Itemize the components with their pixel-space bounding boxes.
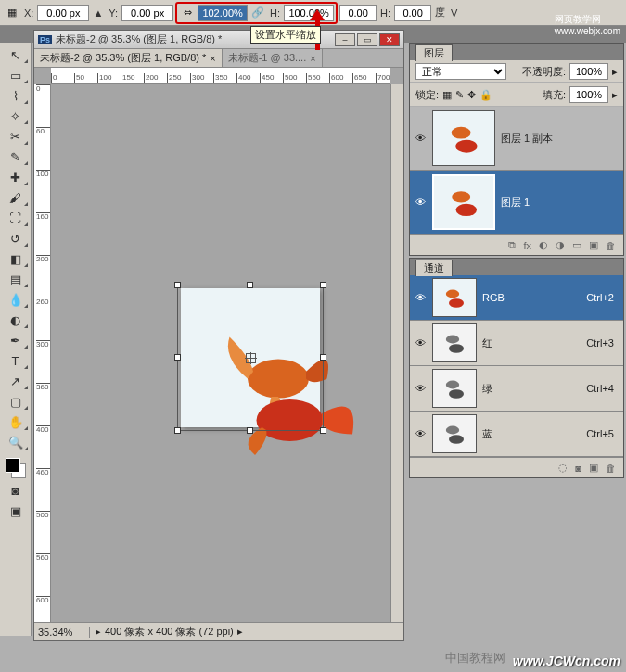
status-zoom[interactable]: 35.34% xyxy=(34,627,90,638)
ruler-vertical[interactable]: 060100160200260300360400460500560600 xyxy=(34,84,51,622)
channel-item[interactable]: 👁绿Ctrl+4 xyxy=(410,366,623,412)
minimize-button[interactable]: – xyxy=(335,33,355,46)
adjustment-icon[interactable]: ◑ xyxy=(556,239,565,251)
layer-item[interactable]: 👁图层 1 xyxy=(410,171,623,235)
tool-zoom[interactable]: 🔍 xyxy=(3,433,29,451)
visibility-eye-icon[interactable]: 👁 xyxy=(414,428,427,439)
lock-brush-icon[interactable]: ✎ xyxy=(455,89,464,101)
transform-handle-r[interactable] xyxy=(320,354,326,361)
visibility-eye-icon[interactable]: 👁 xyxy=(414,337,427,349)
canvas[interactable] xyxy=(181,288,320,427)
tool-move[interactable]: ↖ xyxy=(3,45,29,64)
layers-panel-header[interactable]: 图层 xyxy=(410,44,623,60)
visibility-eye-icon[interactable]: 👁 xyxy=(414,383,427,394)
maximize-button[interactable]: ▭ xyxy=(357,33,377,46)
screenmode-toggle[interactable]: ▣ xyxy=(3,501,29,520)
y-input[interactable] xyxy=(121,5,173,21)
transform-handle-tr[interactable] xyxy=(320,282,326,288)
transform-handle-bl[interactable] xyxy=(174,427,181,434)
channel-item[interactable]: 👁RGBCtrl+2 xyxy=(410,275,623,321)
visibility-eye-icon[interactable]: 👁 xyxy=(414,197,427,208)
tool-hand[interactable]: ✋ xyxy=(3,412,29,431)
tool-eraser[interactable]: ◧ xyxy=(3,249,29,268)
document-tab-2[interactable]: 未标题-1 @ 33....× xyxy=(223,49,323,67)
reference-point-icon[interactable]: ▦ xyxy=(4,5,20,21)
angle-input[interactable] xyxy=(339,5,377,21)
save-selection-icon[interactable]: ◙ xyxy=(575,463,581,474)
canvas-viewport[interactable] xyxy=(51,84,390,622)
color-swatches[interactable] xyxy=(4,456,28,480)
close-icon[interactable]: × xyxy=(210,53,215,64)
layer-thumbnail[interactable] xyxy=(432,174,495,230)
layer-name[interactable]: 图层 1 xyxy=(501,196,530,209)
lock-move-icon[interactable]: ✥ xyxy=(467,89,476,101)
tool-marquee[interactable]: ▭ xyxy=(3,66,29,84)
tool-history[interactable]: ↺ xyxy=(3,229,29,247)
transform-bounding-box[interactable] xyxy=(177,285,324,431)
channel-item[interactable]: 👁蓝Ctrl+5 xyxy=(410,412,623,457)
layer-item[interactable]: 👁图层 1 副本 xyxy=(410,107,623,171)
tool-type[interactable]: T xyxy=(3,351,29,370)
trash-icon[interactable]: 🗑 xyxy=(606,240,616,251)
layer-thumbnail[interactable] xyxy=(432,110,495,166)
opacity-input[interactable] xyxy=(569,63,608,80)
tool-wand[interactable]: ✧ xyxy=(3,107,29,125)
tool-pen[interactable]: ✒ xyxy=(3,331,29,349)
link-icon[interactable]: 🔗 xyxy=(249,5,266,21)
x-input[interactable] xyxy=(37,5,89,21)
visibility-eye-icon[interactable]: 👁 xyxy=(414,133,427,144)
transform-handle-b[interactable] xyxy=(247,427,253,434)
delta-icon[interactable]: ▲ xyxy=(91,7,105,19)
channel-item[interactable]: 👁红Ctrl+3 xyxy=(410,321,623,366)
transform-handle-tl[interactable] xyxy=(174,282,181,288)
transform-handle-l[interactable] xyxy=(174,354,181,361)
tool-crop[interactable]: ✂ xyxy=(3,127,29,146)
tool-path[interactable]: ↗ xyxy=(3,372,29,390)
channel-thumbnail[interactable] xyxy=(432,278,477,317)
document-tab-1[interactable]: 未标题-2 @ 35.3% (图层 1, RGB/8) *× xyxy=(34,49,223,67)
tool-dodge[interactable]: ◐ xyxy=(3,311,29,329)
load-selection-icon[interactable]: ◌ xyxy=(558,462,568,474)
mask-icon[interactable]: ◐ xyxy=(539,239,548,251)
skew-h-input[interactable] xyxy=(394,5,431,21)
scrollbar-vertical[interactable] xyxy=(390,84,403,622)
channel-thumbnail[interactable] xyxy=(432,323,477,362)
tool-brush[interactable]: 🖌 xyxy=(3,188,29,207)
fill-input[interactable] xyxy=(569,86,608,103)
lock-all-icon[interactable]: 🔒 xyxy=(479,89,492,101)
document-titlebar[interactable]: Ps未标题-2 @ 35.3% (图层 1, RGB/8) * – ▭ ✕ xyxy=(34,31,403,49)
layer-name[interactable]: 图层 1 副本 xyxy=(501,132,553,146)
channels-tab[interactable]: 通道 xyxy=(415,260,453,276)
channels-panel-header[interactable]: 通道 xyxy=(410,259,623,275)
link-layers-icon[interactable]: ⧉ xyxy=(508,239,516,251)
transform-center[interactable] xyxy=(246,353,256,363)
w-scale-input[interactable] xyxy=(198,5,248,21)
tool-stamp[interactable]: ⛶ xyxy=(3,209,29,227)
quickmask-toggle[interactable]: ◙ xyxy=(3,481,29,500)
tool-eyedrop[interactable]: ✎ xyxy=(3,147,29,166)
fx-icon[interactable]: fx xyxy=(523,240,531,251)
group-icon[interactable]: ▭ xyxy=(572,239,581,251)
new-channel-icon[interactable]: ▣ xyxy=(589,462,598,474)
lock-transparent-icon[interactable]: ▦ xyxy=(442,89,452,101)
blend-mode-select[interactable]: 正常 xyxy=(415,63,506,80)
visibility-eye-icon[interactable]: 👁 xyxy=(414,292,427,303)
transform-handle-t[interactable] xyxy=(247,282,253,288)
new-layer-icon[interactable]: ▣ xyxy=(589,239,598,251)
transform-handle-br[interactable] xyxy=(320,427,326,434)
trash-icon[interactable]: 🗑 xyxy=(606,463,616,474)
tool-lasso[interactable]: ⌇ xyxy=(3,86,29,105)
tool-gradient[interactable]: ▤ xyxy=(3,270,29,288)
tool-blur[interactable]: 💧 xyxy=(3,290,29,309)
tool-heal[interactable]: ✚ xyxy=(3,168,29,186)
fill-arrow-icon[interactable]: ▸ xyxy=(612,89,618,101)
close-button[interactable]: ✕ xyxy=(379,33,400,46)
ruler-horizontal[interactable]: 0501001502002503003504004505005506006507… xyxy=(51,68,390,84)
opacity-arrow-icon[interactable]: ▸ xyxy=(612,66,618,78)
status-doc-info[interactable]: ▸400 像素 x 400 像素 (72 ppi)▸ xyxy=(90,625,249,639)
close-icon[interactable]: × xyxy=(310,53,315,64)
tool-shape[interactable]: ▢ xyxy=(3,392,29,411)
channel-thumbnail[interactable] xyxy=(432,414,477,453)
channel-thumbnail[interactable] xyxy=(432,369,477,408)
layers-tab[interactable]: 图层 xyxy=(415,44,453,61)
